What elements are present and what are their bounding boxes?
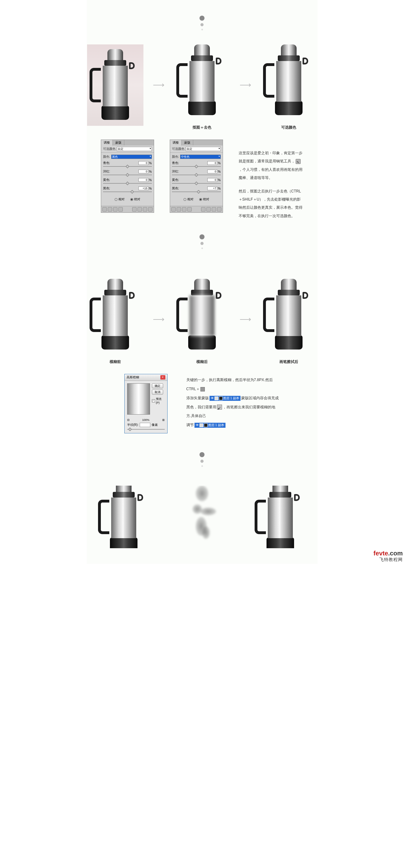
slider-cyan[interactable]: 青色:%: [103, 161, 152, 167]
selective-color-panel-1: 调整 蒙版 可选颜色 自定 颜色: 黑色 青色:% 洋红:%: [101, 140, 154, 213]
arrow-icon: ⟶: [239, 314, 251, 324]
color-select-black[interactable]: 黑色: [111, 155, 151, 159]
slider-cyan[interactable]: 青色:%: [172, 161, 221, 167]
footer-icon[interactable]: [187, 207, 192, 212]
footer-icon[interactable]: [177, 207, 181, 212]
arrow-icon: ⟶: [153, 314, 165, 324]
yellow-input[interactable]: [138, 178, 148, 182]
ok-button[interactable]: 确定: [152, 383, 163, 388]
color-label: 颜色:: [103, 155, 110, 159]
footer-icon[interactable]: [143, 207, 147, 212]
black-input[interactable]: [207, 186, 218, 190]
footer-icon[interactable]: [206, 207, 211, 212]
black-input[interactable]: [138, 186, 148, 190]
brush-tool-icon: [217, 405, 222, 410]
flask-desaturated: [174, 40, 230, 121]
gaussian-blur-dialog: 高斯模糊 × 确定 取消 ✓预览(P) ⊟ 100% ⊞ 半径(R):: [124, 374, 168, 433]
arrow-icon: ⟶: [153, 80, 165, 90]
slider-magenta[interactable]: 洋红:%: [103, 169, 152, 175]
radius-label: 半径(R):: [127, 423, 139, 427]
flask-before-blur: [87, 274, 143, 355]
flask-step3-left: [95, 486, 152, 548]
yellow-input[interactable]: [207, 178, 218, 182]
panel-footer-icons: [101, 206, 154, 213]
section-divider-dots: [87, 235, 318, 249]
color-label: 颜色:: [172, 155, 179, 159]
footer-icon[interactable]: [132, 207, 137, 212]
footer-icon[interactable]: [201, 207, 205, 212]
trash-icon[interactable]: [217, 207, 222, 212]
footer-icon[interactable]: [171, 207, 176, 212]
flask-step3-right: [252, 486, 309, 548]
blur-preview: [127, 383, 150, 414]
tab-adjustments[interactable]: 调整: [101, 140, 113, 146]
tab-masks[interactable]: 蒙版: [182, 140, 193, 146]
slider-yellow[interactable]: 黄色:%: [172, 178, 221, 184]
section-divider-dots: [87, 452, 318, 467]
arrow-icon: ⟶: [239, 80, 251, 90]
caption-desaturated: 抠图＋去色: [193, 125, 211, 130]
flask-selective-color: [261, 40, 317, 121]
slider-magenta[interactable]: 洋红:%: [172, 169, 221, 175]
mask-icon: [200, 387, 205, 392]
close-icon[interactable]: ×: [160, 375, 165, 379]
footer-icon[interactable]: [138, 207, 142, 212]
instruction-text-2: 关键的一步，执行高斯模糊，然后半径为7.8PX.然后CTRL＋ 添加矢量蒙版👁图…: [186, 374, 280, 430]
caption-selective-color: 可选颜色: [281, 125, 296, 130]
footer-icon[interactable]: [113, 207, 117, 212]
flask-row-1: ⟶ 抠图＋去色 ⟶: [87, 40, 318, 130]
preview-checkbox[interactable]: ✓预览(P): [152, 397, 165, 404]
instruction-text-1: 这里应该是爱之初・印象，肯定第一步就是抠图，通常我是用钢笔工具，，个人习惯，有的…: [239, 140, 304, 225]
magenta-input[interactable]: [138, 169, 148, 173]
flask-row-2: 模糊前 ⟶ 模糊后 ⟶ 画笔擦拭后: [87, 274, 318, 365]
tab-adjustments[interactable]: 调整: [170, 140, 182, 146]
magenta-input[interactable]: [207, 169, 218, 173]
caption-brush-wiped: 画笔擦拭后: [279, 359, 298, 365]
radio-relative[interactable]: 相对: [183, 197, 194, 202]
footer-icon[interactable]: [212, 207, 216, 212]
footer-icon[interactable]: [108, 207, 112, 212]
caption-before-blur: 模糊前: [110, 359, 121, 365]
radio-absolute[interactable]: 绝对: [130, 197, 140, 202]
zoom-out-icon[interactable]: ⊟: [127, 418, 129, 422]
mode-select[interactable]: 自定: [186, 147, 221, 151]
selective-color-panel-2: 调整 蒙版 可选颜色 自定 颜色: 中性色 青色:% 洋红:%: [170, 140, 223, 213]
mode-select[interactable]: 自定: [117, 147, 152, 151]
zoom-in-icon[interactable]: ⊞: [162, 418, 165, 422]
cancel-button[interactable]: 取消: [152, 390, 163, 395]
layer-chip: 👁图层 1 副本: [209, 396, 240, 401]
section-divider-dots: [87, 16, 318, 30]
trash-icon[interactable]: [148, 207, 152, 212]
panel-title: 可选颜色: [103, 147, 116, 151]
flask-row-3: [87, 486, 318, 548]
radio-absolute[interactable]: 绝对: [199, 197, 209, 202]
cyan-input[interactable]: [138, 161, 148, 165]
dialog-title-text: 高斯模糊: [126, 375, 139, 379]
flask-original: [87, 44, 143, 126]
cyan-input[interactable]: [207, 161, 218, 165]
color-select-neutral[interactable]: 中性色: [180, 155, 221, 159]
slider-yellow[interactable]: 黄色:%: [103, 178, 152, 184]
ghost-highlights: [183, 486, 221, 542]
footer-icon[interactable]: [103, 207, 107, 212]
radius-unit: 像素: [151, 423, 158, 427]
pen-tool-icon: [296, 159, 301, 164]
panel-footer-icons: [170, 206, 223, 213]
slider-black[interactable]: 黑色:%: [172, 186, 221, 192]
layer-chip: 👁图层 1 副本: [195, 423, 226, 428]
watermark: fevte.com 飞特教程网: [374, 550, 403, 563]
tab-masks[interactable]: 蒙版: [113, 140, 124, 146]
flask-after-blur: [174, 274, 230, 355]
radius-input[interactable]: [140, 423, 150, 427]
radio-relative[interactable]: 相对: [115, 197, 125, 202]
footer-icon[interactable]: [182, 207, 186, 212]
flask-brush-wiped: [261, 274, 317, 355]
slider-black[interactable]: 黑色:%: [103, 186, 152, 192]
panel-title: 可选颜色: [172, 147, 184, 151]
footer-icon[interactable]: [118, 207, 123, 212]
zoom-value: 100%: [142, 418, 149, 422]
caption-after-blur: 模糊后: [196, 359, 208, 365]
